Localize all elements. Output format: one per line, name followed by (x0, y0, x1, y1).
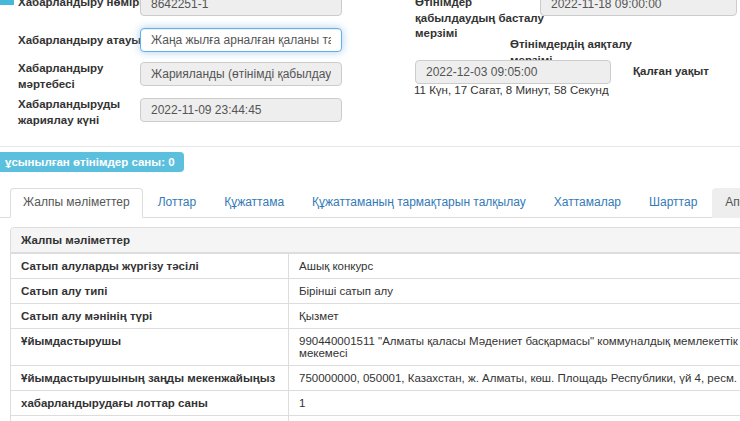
row-label-organizer: Ұйымдастырушы (11, 329, 288, 365)
row-value-procurement-sum: 60 300 000.00 (288, 416, 740, 421)
panel-heading: Жалпы мәліметтер (11, 228, 740, 253)
announcement-form: Хабарландыру нөмірі Хабарландыру атауы Х… (0, 0, 740, 146)
row-label-procurement-sum: Сатып алу сомасы (11, 416, 288, 421)
applications-end-field[interactable] (415, 60, 611, 84)
tab-appeals[interactable]: Апелляции (712, 188, 740, 218)
table-row: Сатып алу типі Бірінші сатып алу (11, 278, 740, 303)
remaining-time-countdown: 11 Күн, 17 Сағат, 8 Минут, 58 Секунд (414, 84, 609, 96)
announcement-status-label: Хабарландыру мәртебесі (18, 61, 118, 92)
publish-date-label: Хабарландыруды жариялау күні (18, 97, 133, 128)
row-label-subject-type: Сатып алу мәнінің түрі (11, 304, 288, 328)
announcement-number-field[interactable] (140, 0, 342, 16)
announcement-title-field[interactable] (140, 28, 342, 52)
tab-general-info[interactable]: Жалпы мәліметтер (10, 188, 143, 218)
row-value-procurement-type: Бірінші сатып алу (288, 279, 740, 303)
row-value-organizer-address: 750000000, 050001, Казахстан, ж. Алматы,… (288, 366, 740, 390)
row-value-procurement-method: Ашық конкурс (288, 254, 740, 278)
table-row: Ұйымдастырушы 990440001511 "Алматы қалас… (11, 328, 740, 365)
applications-count-badge: ұсынылған өтінімдер саны: 0 (0, 152, 184, 172)
announcement-title-label: Хабарландыру атауы (18, 33, 158, 49)
table-row: Сатып алу мәнінің түрі Қызмет (11, 303, 740, 328)
tab-documentation[interactable]: Құжаттама (211, 188, 297, 218)
announcement-page: { "colors": { "badge_bg": "#5bc0de", "co… (0, 0, 740, 421)
table-row: Ұйымдастырушының заңды мекенжайыңыз 7500… (11, 365, 740, 390)
announcement-number-label: Хабарландыру нөмірі (18, 0, 148, 11)
announcement-status-field[interactable] (140, 62, 342, 86)
row-label-procurement-type: Сатып алу типі (11, 279, 288, 303)
applications-start-label: Өтінімдер қабылдаудың басталу мерзімі (415, 0, 547, 42)
general-info-panel: Жалпы мәліметтер Сатып алуларды жүргізу … (10, 227, 740, 421)
row-label-lots-count: хабарландырудағы лоттар саны (11, 391, 288, 415)
section-divider (0, 146, 740, 147)
table-row: Сатып алу сомасы 60 300 000.00 (11, 415, 740, 421)
tab-documentation-discussion[interactable]: Құжаттаманың тармақтарын талқылау (299, 188, 539, 218)
row-value-lots-count: 1 (288, 391, 740, 415)
tab-bar: Жалпы мәліметтер Лоттар Құжаттама Құжатт… (0, 188, 740, 218)
table-row: хабарландырудағы лоттар саны 1 (11, 390, 740, 415)
tab-contracts[interactable]: Шарттар (636, 188, 710, 218)
publish-date-field[interactable] (140, 98, 342, 122)
remaining-time-label: Қалған уақыт (633, 64, 733, 80)
tab-lots[interactable]: Лоттар (145, 188, 210, 218)
table-row: Сатып алуларды жүргізу тәсілі Ашық конку… (11, 253, 740, 278)
row-label-organizer-address: Ұйымдастырушының заңды мекенжайыңыз (11, 366, 288, 390)
tab-protocols[interactable]: Хаттамалар (541, 188, 634, 218)
row-value-subject-type: Қызмет (288, 304, 740, 328)
row-value-organizer: 990440001511 "Алматы қаласы Мәдениет бас… (288, 329, 740, 365)
row-label-procurement-method: Сатып алуларды жүргізу тәсілі (11, 254, 288, 278)
applications-start-field[interactable] (540, 0, 737, 16)
